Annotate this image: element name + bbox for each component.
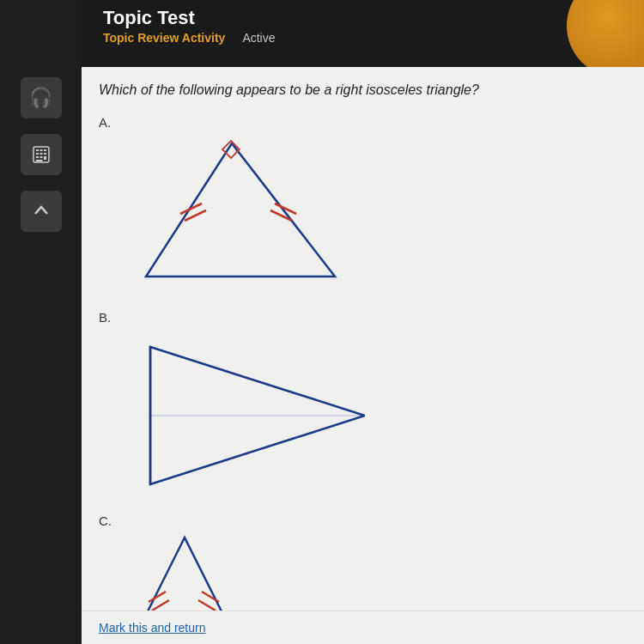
svg-line-23 (202, 592, 219, 602)
headphone-icon[interactable]: 🎧 (21, 77, 62, 118)
svg-line-22 (152, 600, 169, 611)
main-content: Which of the following appears to be a r… (82, 67, 644, 644)
option-a[interactable]: A. (99, 115, 627, 289)
svg-marker-11 (146, 143, 335, 276)
option-a-label: A. (99, 115, 627, 130)
svg-rect-2 (39, 149, 42, 151)
header: Topic Test Topic Review Activity Active (0, 0, 644, 67)
option-b-label: B. (99, 310, 627, 325)
page-title: Topic Test (103, 7, 634, 29)
triangle-b-svg (99, 330, 365, 493)
activity-label: Topic Review Activity (103, 31, 225, 45)
bottom-bar: Mark this and return (82, 611, 644, 644)
svg-line-24 (198, 600, 216, 611)
option-c-label: C. (99, 513, 627, 528)
option-b[interactable]: B. (99, 310, 627, 493)
svg-rect-4 (36, 153, 39, 155)
question-text: Which of the following appears to be a r… (99, 81, 627, 100)
svg-rect-6 (44, 153, 46, 155)
svg-rect-8 (39, 156, 42, 158)
triangle-a-svg (99, 135, 365, 289)
up-arrow-icon[interactable] (21, 191, 62, 232)
sidebar: 🎧 (0, 0, 82, 644)
svg-rect-1 (36, 149, 39, 151)
svg-rect-3 (44, 149, 46, 151)
mark-and-return-link[interactable]: Mark this and return (99, 621, 206, 635)
status-badge: Active (242, 31, 275, 45)
calculator-icon[interactable] (21, 134, 62, 175)
svg-rect-7 (36, 156, 39, 158)
svg-rect-10 (36, 160, 43, 161)
svg-rect-9 (44, 156, 46, 160)
svg-rect-5 (39, 153, 42, 155)
